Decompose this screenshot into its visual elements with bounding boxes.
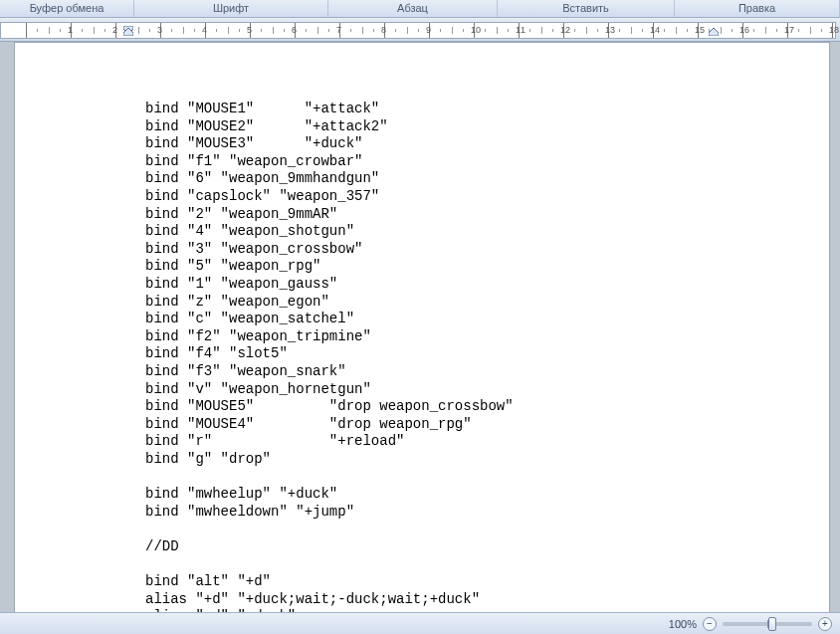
zoom-in-button[interactable]: + bbox=[818, 617, 832, 631]
first-line-indent-marker[interactable] bbox=[123, 26, 133, 34]
horizontal-ruler[interactable]: 123456789101112131415161718 bbox=[0, 22, 836, 39]
status-bar: 100% − + bbox=[0, 612, 840, 634]
document-body-text[interactable]: bind "MOUSE1" "+attack" bind "MOUSE2" "+… bbox=[145, 101, 829, 612]
ruler-area: 123456789101112131415161718 bbox=[0, 18, 840, 42]
svg-marker-2 bbox=[709, 28, 719, 36]
svg-marker-0 bbox=[123, 26, 133, 34]
svg-marker-1 bbox=[123, 28, 133, 36]
ribbon-group-label: Буфер обмена bbox=[0, 0, 134, 17]
zoom-slider-thumb[interactable] bbox=[768, 617, 776, 631]
ribbon-group-label: Вставить bbox=[498, 0, 675, 17]
zoom-percent-label: 100% bbox=[669, 618, 697, 630]
ribbon-group-label: Абзац bbox=[328, 0, 498, 17]
zoom-out-button[interactable]: − bbox=[703, 617, 717, 631]
left-indent-marker[interactable] bbox=[123, 28, 133, 36]
ribbon-group-label: Шрифт bbox=[134, 0, 328, 17]
ribbon-group-labels: Буфер обменаШрифтАбзацВставитьПравка bbox=[0, 0, 840, 18]
document-scroll-area[interactable]: bind "MOUSE1" "+attack" bind "MOUSE2" "+… bbox=[0, 42, 840, 612]
page: bind "MOUSE1" "+attack" bind "MOUSE2" "+… bbox=[14, 42, 830, 612]
zoom-slider[interactable] bbox=[723, 622, 812, 626]
ribbon-group-label: Правка bbox=[675, 0, 840, 17]
right-indent-marker[interactable] bbox=[709, 28, 719, 36]
